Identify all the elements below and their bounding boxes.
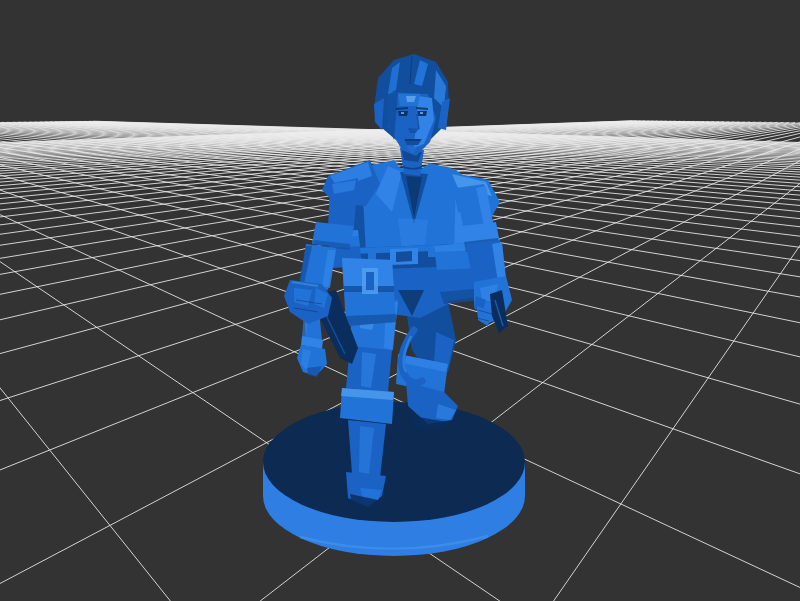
model-viewport[interactable]: 3D viewport with low-poly blue adventure… <box>0 0 800 601</box>
base-disc <box>263 402 525 556</box>
head <box>374 54 450 176</box>
pouch-front <box>342 258 396 326</box>
miniature-figure: 3D viewport with low-poly blue adventure… <box>0 0 800 601</box>
